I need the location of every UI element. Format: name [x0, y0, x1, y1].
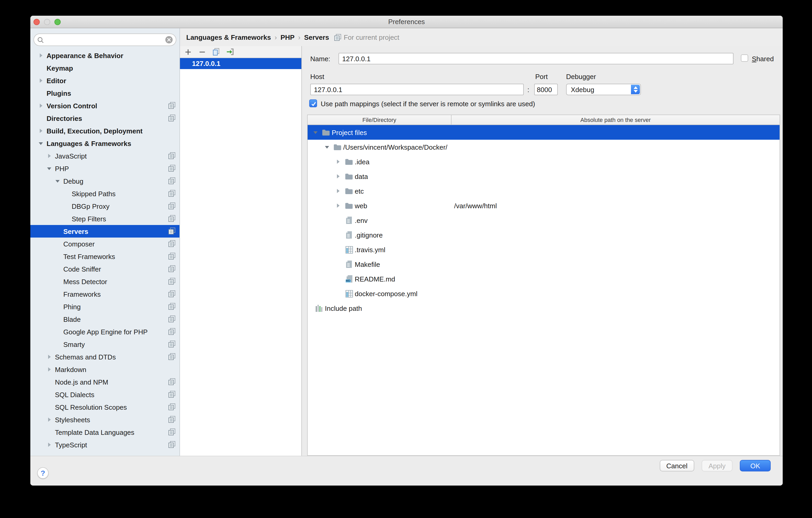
server-list-item[interactable]: 127.0.0.1 [180, 58, 301, 69]
mapping-row-readme-md[interactable]: MDREADME.md [308, 271, 780, 286]
chevron-collapsed-icon[interactable] [335, 204, 342, 208]
sidebar-item-stylesheets[interactable]: Stylesheets [30, 413, 179, 426]
settings-search-field[interactable] [33, 33, 176, 46]
sidebar-item-sql-resolution-scopes[interactable]: SQL Resolution Scopes [30, 401, 179, 413]
chevron-collapsed-icon[interactable] [47, 154, 52, 158]
chevron-collapsed-icon[interactable] [38, 79, 44, 83]
server-name: 127.0.0.1 [192, 60, 220, 67]
preferences-window: Preferences Appearance & BehaviorKeymapE… [30, 16, 783, 486]
chevron-expanded-icon[interactable] [312, 131, 319, 134]
sidebar-item-node-js-and-npm[interactable]: Node.js and NPM [30, 376, 179, 388]
sidebar-item-schemas-and-dtds[interactable]: Schemas and DTDs [30, 351, 179, 363]
mapping-row-project-files[interactable]: Project files [308, 125, 780, 140]
breadcrumb-languages-frameworks[interactable]: Languages & Frameworks [186, 33, 271, 41]
sidebar-item-editor[interactable]: Editor [30, 74, 179, 87]
chevron-expanded-icon[interactable] [38, 142, 44, 145]
chevron-expanded-icon[interactable] [323, 146, 330, 148]
mapping-file-label: Project files [332, 128, 367, 136]
chevron-collapsed-icon[interactable] [38, 104, 44, 108]
sidebar-item-dbgp-proxy[interactable]: DBGp Proxy [30, 200, 179, 212]
project-settings-badge [169, 378, 175, 385]
sidebar-item-phing[interactable]: Phing [30, 300, 179, 313]
chevron-collapsed-icon[interactable] [47, 418, 52, 422]
column-header-absolute-path: Absolute path on the server [452, 115, 780, 124]
debugger-select[interactable]: Xdebug [566, 84, 641, 95]
mapping-row-etc[interactable]: etc [308, 184, 780, 198]
chevron-collapsed-icon[interactable] [47, 355, 52, 359]
mapping-row-gitignore[interactable]: .gitignore [308, 228, 780, 242]
shared-checkbox[interactable] [741, 54, 748, 62]
sidebar-item-blade[interactable]: Blade [30, 313, 179, 325]
chevron-collapsed-icon[interactable] [47, 443, 52, 447]
sidebar-item-keymap[interactable]: Keymap [30, 62, 179, 74]
sidebar-item-build-execution-deployment[interactable]: Build, Execution, Deployment [30, 124, 179, 137]
remove-server-button[interactable] [198, 48, 206, 56]
sidebar-item-servers[interactable]: Servers [30, 225, 179, 237]
mapping-row-data[interactable]: data [308, 169, 780, 184]
chevron-collapsed-icon[interactable] [335, 174, 342, 178]
sidebar-item-appearance-behavior[interactable]: Appearance & Behavior [30, 49, 179, 62]
copy-server-button[interactable] [212, 48, 220, 56]
chevron-expanded-icon[interactable] [47, 167, 52, 170]
sidebar-item-markdown[interactable]: Markdown [30, 363, 179, 376]
mapping-row-travis-yml[interactable]: .travis.yml [308, 242, 780, 257]
chevron-collapsed-icon[interactable] [335, 189, 342, 193]
project-settings-icon [169, 353, 175, 360]
use-path-mappings-checkbox[interactable] [309, 99, 317, 107]
sidebar-item-code-sniffer[interactable]: Code Sniffer [30, 263, 179, 275]
sidebar-item-sql-dialects[interactable]: SQL Dialects [30, 388, 179, 401]
sidebar-item-google-app-engine-for-php[interactable]: Google App Engine for PHP [30, 325, 179, 338]
clear-search-icon[interactable] [165, 36, 173, 44]
help-button[interactable]: ? [37, 467, 49, 479]
sidebar-item-skipped-paths[interactable]: Skipped Paths [30, 187, 179, 200]
import-server-button[interactable] [226, 48, 234, 56]
breadcrumb-php[interactable]: PHP [281, 33, 294, 41]
chevron-collapsed-icon[interactable] [38, 129, 44, 133]
sidebar-item-typescript[interactable]: TypeScript [30, 438, 179, 451]
sidebar-item-mess-detector[interactable]: Mess Detector [30, 275, 179, 288]
sidebar-item-composer[interactable]: Composer [30, 237, 179, 250]
sidebar-item-label: Phing [63, 303, 81, 311]
mapping-row-idea[interactable]: .idea [308, 154, 780, 169]
project-settings-icon [169, 328, 175, 335]
mapping-row-users-vincent-workspace-docker[interactable]: /Users/vincent/Workspace/Docker/ [308, 140, 780, 154]
sidebar-item-test-frameworks[interactable]: Test Frameworks [30, 250, 179, 263]
search-input[interactable] [44, 36, 165, 44]
breadcrumb-servers[interactable]: Servers [304, 33, 329, 41]
chevron-collapsed-icon[interactable] [38, 53, 44, 58]
sidebar-item-step-filters[interactable]: Step Filters [30, 212, 179, 225]
sidebar-item-languages-frameworks[interactable]: Languages & Frameworks [30, 137, 179, 150]
host-input[interactable] [310, 84, 524, 95]
apply-button[interactable]: Apply [702, 460, 732, 471]
mapping-row-makefile[interactable]: Makefile [308, 257, 780, 271]
sidebar-item-label: Template Data Languages [55, 428, 135, 436]
chevron-expanded-icon[interactable] [55, 180, 60, 182]
mapping-file-label: .gitignore [355, 231, 383, 239]
ok-button[interactable]: OK [740, 460, 771, 471]
sidebar-item-debug[interactable]: Debug [30, 175, 179, 187]
sidebar-item-version-control[interactable]: Version Control [30, 99, 179, 112]
settings-sidebar: Appearance & BehaviorKeymapEditorPlugins… [30, 28, 180, 456]
mapping-row-include-path[interactable]: Include path [308, 301, 780, 316]
sidebar-item-frameworks[interactable]: Frameworks [30, 288, 179, 300]
port-input[interactable] [534, 84, 558, 95]
sidebar-item-template-data-languages[interactable]: Template Data Languages [30, 426, 179, 438]
sidebar-item-label: Markdown [55, 366, 86, 373]
chevron-collapsed-icon[interactable] [47, 367, 52, 372]
cancel-button[interactable]: Cancel [660, 460, 694, 471]
project-settings-badge [169, 228, 175, 234]
add-server-button[interactable] [184, 48, 192, 56]
mapping-row-env[interactable]: .env [308, 213, 780, 228]
folder-icon [345, 187, 353, 195]
sidebar-item-php[interactable]: PHP [30, 162, 179, 175]
sidebar-item-javascript[interactable]: JavaScript [30, 150, 179, 162]
sidebar-item-plugins[interactable]: Plugins [30, 87, 179, 99]
mapping-row-web[interactable]: web/var/www/html [308, 198, 780, 213]
chevron-collapsed-icon[interactable] [335, 160, 342, 164]
name-input[interactable] [339, 53, 733, 64]
sidebar-item-smarty[interactable]: Smarty [30, 338, 179, 351]
folder-icon [345, 172, 353, 180]
mapping-row-docker-compose-yml[interactable]: docker-compose.yml [308, 286, 780, 301]
sidebar-item-directories[interactable]: Directories [30, 112, 179, 124]
yaml-file-glyph [345, 290, 353, 297]
